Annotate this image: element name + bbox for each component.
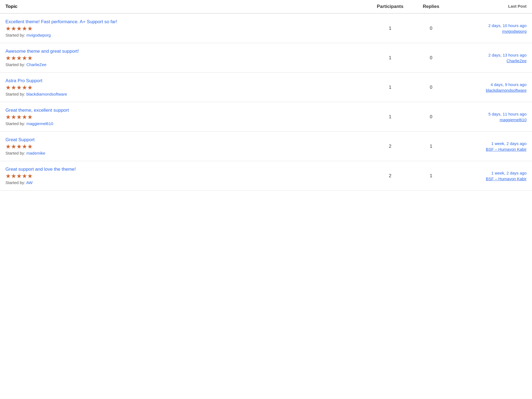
topic-title[interactable]: Awesome theme and great support! <box>5 49 368 54</box>
started-by: Started by: CharlieZee <box>5 62 368 67</box>
started-by-user[interactable]: mvigodwporg <box>26 33 51 37</box>
participants-count: 2 <box>368 173 412 179</box>
participants-count: 1 <box>368 55 412 61</box>
forum-table: Topic Participants Replies Last Post Exc… <box>0 0 532 191</box>
started-by: Started by: blackdiamondsoftware <box>5 92 368 96</box>
replies-count: 0 <box>412 85 450 90</box>
star-rating: ★★★★★ <box>5 144 368 150</box>
topic-cell: Awesome theme and great support! ★★★★★ S… <box>5 49 368 67</box>
lastpost-cell: 1 week, 2 days ago BSF – Humayon Kabir <box>450 141 527 152</box>
replies-count: 0 <box>412 114 450 120</box>
lastpost-time: 5 days, 11 hours ago <box>488 112 527 116</box>
participants-count: 1 <box>368 114 412 120</box>
topic-title[interactable]: Great support and love the theme! <box>5 167 368 172</box>
star-rating: ★★★★★ <box>5 26 368 32</box>
replies-count: 0 <box>412 26 450 31</box>
lastpost-time: 4 days, 9 hours ago <box>491 82 527 87</box>
header-lastpost: Last Post <box>450 4 527 9</box>
star-rating: ★★★★★ <box>5 173 368 179</box>
participants-count: 1 <box>368 26 412 31</box>
lastpost-user[interactable]: BSF – Humayon Kabir <box>486 147 527 152</box>
lastpost-user[interactable]: blackdiamondsoftware <box>486 88 527 93</box>
topic-cell: Great support and love the theme! ★★★★★ … <box>5 167 368 185</box>
lastpost-time: 1 week, 2 days ago <box>491 171 527 175</box>
table-header: Topic Participants Replies Last Post <box>0 0 532 14</box>
replies-count: 1 <box>412 144 450 149</box>
star-rating: ★★★★★ <box>5 55 368 61</box>
started-by-user[interactable]: blackdiamondsoftware <box>26 92 67 96</box>
lastpost-time: 1 week, 2 days ago <box>491 141 527 146</box>
topic-title[interactable]: Great Support <box>5 137 368 143</box>
lastpost-time: 2 days, 13 hours ago <box>488 53 527 57</box>
lastpost-user[interactable]: BSF – Humayon Kabir <box>486 176 527 181</box>
started-by-user[interactable]: CharlieZee <box>26 62 46 67</box>
table-row: Great theme, excellent support ★★★★★ Sta… <box>0 102 532 132</box>
star-rating: ★★★★★ <box>5 85 368 91</box>
lastpost-time: 2 days, 10 hours ago <box>488 23 527 28</box>
replies-count: 1 <box>412 173 450 179</box>
table-row: Great Support ★★★★★ Started by: mademike… <box>0 132 532 161</box>
started-by-user[interactable]: mademike <box>26 151 45 155</box>
table-row: Astra Pro Support ★★★★★ Started by: blac… <box>0 73 532 102</box>
topic-title[interactable]: Great theme, excellent support <box>5 108 368 113</box>
topic-title[interactable]: Excellent theme! Fast performance. A+ Su… <box>5 19 368 25</box>
lastpost-cell: 2 days, 13 hours ago CharlieZee <box>450 53 527 63</box>
replies-count: 0 <box>412 55 450 61</box>
lastpost-cell: 2 days, 10 hours ago mvigodwporg <box>450 23 527 34</box>
started-by-user[interactable]: maggiemel610 <box>26 121 53 126</box>
started-by: Started by: mvigodwporg <box>5 33 368 37</box>
table-row: Excellent theme! Fast performance. A+ Su… <box>0 14 532 43</box>
lastpost-user[interactable]: mvigodwporg <box>502 29 527 34</box>
lastpost-user[interactable]: maggiemel610 <box>500 117 527 122</box>
star-rating: ★★★★★ <box>5 114 368 120</box>
header-replies: Replies <box>412 4 450 9</box>
participants-count: 1 <box>368 85 412 90</box>
topic-cell: Excellent theme! Fast performance. A+ Su… <box>5 19 368 37</box>
header-topic: Topic <box>5 4 368 9</box>
started-by: Started by: AW <box>5 180 368 185</box>
table-body: Excellent theme! Fast performance. A+ Su… <box>0 14 532 191</box>
lastpost-cell: 1 week, 2 days ago BSF – Humayon Kabir <box>450 171 527 181</box>
header-participants: Participants <box>368 4 412 9</box>
participants-count: 2 <box>368 144 412 149</box>
lastpost-cell: 5 days, 11 hours ago maggiemel610 <box>450 112 527 122</box>
lastpost-user[interactable]: CharlieZee <box>507 58 527 63</box>
started-by-user[interactable]: AW <box>26 180 33 185</box>
topic-cell: Great Support ★★★★★ Started by: mademike <box>5 137 368 155</box>
table-row: Great support and love the theme! ★★★★★ … <box>0 161 532 191</box>
started-by: Started by: maggiemel610 <box>5 121 368 126</box>
topic-title[interactable]: Astra Pro Support <box>5 78 368 84</box>
table-row: Awesome theme and great support! ★★★★★ S… <box>0 43 532 73</box>
lastpost-cell: 4 days, 9 hours ago blackdiamondsoftware <box>450 82 527 93</box>
started-by: Started by: mademike <box>5 151 368 155</box>
topic-cell: Great theme, excellent support ★★★★★ Sta… <box>5 108 368 126</box>
topic-cell: Astra Pro Support ★★★★★ Started by: blac… <box>5 78 368 96</box>
